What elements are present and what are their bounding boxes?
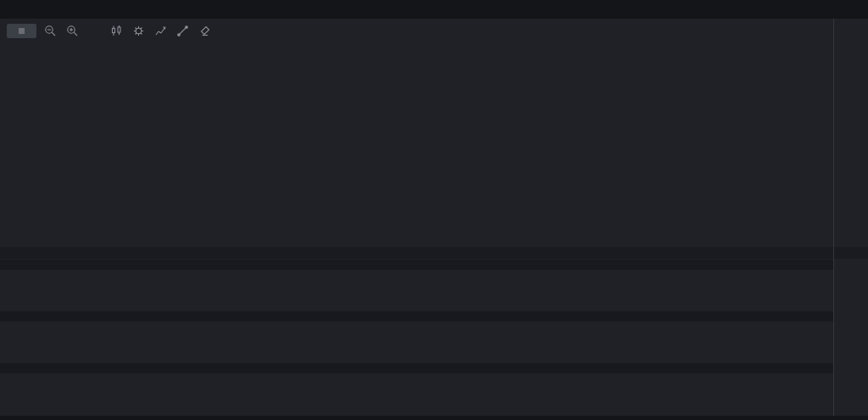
candle-style-button[interactable]	[108, 23, 125, 38]
zoom-out-icon	[44, 25, 57, 37]
rsi-panel	[0, 260, 868, 311]
eraser-icon	[198, 25, 211, 37]
line-tool-button[interactable]	[175, 23, 191, 38]
zoom-in-button[interactable]	[64, 23, 81, 38]
new-tab-button[interactable]	[0, 0, 22, 19]
tab-bar	[0, 0, 868, 19]
spread-indicator	[19, 28, 25, 34]
indicators-icon	[154, 25, 167, 37]
rsi-header-band	[0, 260, 833, 270]
date-axis[interactable]	[0, 247, 868, 259]
zoom-in-icon	[66, 25, 79, 37]
indicators-button[interactable]	[153, 23, 169, 38]
chart-toolbar	[7, 23, 213, 38]
price-axis-border	[833, 19, 834, 416]
timeframe-button[interactable]	[86, 23, 103, 38]
candle-style-icon	[110, 25, 123, 37]
macd-header-band	[0, 311, 833, 322]
line-tool-icon	[176, 25, 189, 37]
trading-platform-window	[0, 0, 868, 420]
quote-buttons	[7, 24, 36, 38]
settings-button[interactable]	[131, 23, 147, 38]
macd-panel	[0, 311, 868, 362]
eraser-button[interactable]	[197, 23, 213, 38]
stochastic-header-band	[0, 363, 833, 373]
stochastic-panel	[0, 363, 868, 416]
zoom-out-button[interactable]	[42, 23, 58, 38]
settings-gear-icon	[132, 25, 145, 37]
price-chart[interactable]	[0, 19, 833, 247]
